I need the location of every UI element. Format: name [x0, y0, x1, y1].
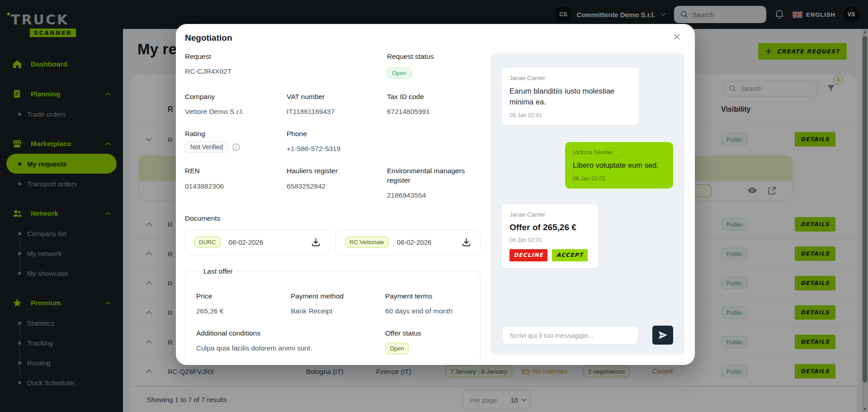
vat-field: VAT number IT11861169437	[287, 92, 387, 116]
message-time: 06 Jan 02:01	[509, 237, 591, 243]
ren-field: REN 0143882306	[185, 166, 287, 199]
message-time: 06 Jan 02:01	[509, 112, 632, 118]
offer-status-badge: Open	[385, 343, 409, 354]
document-expiry: 06-02-2026	[397, 238, 453, 246]
company-field: Company Vettore Demo S.r.l.	[185, 92, 287, 116]
document-card: DURC 06-02-2026	[185, 229, 330, 255]
document-type-badge: DURC	[194, 237, 221, 248]
document-type-badge: RC Vettoriale	[345, 237, 389, 248]
negotiation-modal: Negotiation ✕ Request RC-CJR4X02T Reques…	[176, 24, 695, 365]
accept-button[interactable]: ACCEPT	[552, 249, 588, 261]
hauliers-field: Hauliers register 6583252842	[287, 166, 387, 199]
message-text: Libero voluptate eum sed.	[573, 160, 665, 171]
document-card: RC Vettoriale 06-02-2026	[335, 229, 481, 255]
message-sender: Janae Carrier	[509, 211, 591, 218]
rating-badge: Not Verified	[185, 141, 228, 153]
chat-offer-message: Janae Carrier Offer of 265,26 € 06 Jan 0…	[502, 204, 599, 268]
message-time: 06 Jan 02:01	[573, 175, 665, 182]
negotiation-chat-panel: Janae Carrier Earum blanditiis iusto mol…	[491, 53, 684, 355]
price-field: Price 265,26 €	[196, 292, 291, 315]
close-icon[interactable]: ✕	[671, 30, 683, 43]
download-icon[interactable]	[311, 237, 321, 247]
message-sender: Victoria Sender	[573, 149, 665, 156]
download-icon[interactable]	[462, 237, 471, 247]
document-expiry: 06-02-2026	[229, 238, 303, 246]
additional-conditions-field: Additional conditions Culpa quia facilis…	[196, 329, 385, 352]
send-button[interactable]	[652, 326, 673, 345]
payment-method-field: Payment method Bank Receipt	[291, 292, 385, 315]
chat-message: Janae Carrier Earum blanditiis iusto mol…	[502, 68, 639, 125]
request-status-field: Request status Open	[387, 52, 482, 79]
offer-status-field: Offer status Open	[385, 329, 469, 352]
chat-message-input[interactable]	[502, 326, 639, 345]
last-offer-section: Last offer Price 265,26 € Payment method…	[185, 267, 481, 364]
phone-field: Phone +1-586-572-5319	[287, 129, 482, 153]
message-text: Earum blanditiis iusto molestiae minima …	[509, 86, 632, 108]
chat-message-own: Victoria Sender Libero voluptate eum sed…	[565, 142, 673, 189]
decline-button[interactable]: DECLINE	[509, 249, 547, 261]
payment-terms-field: Payment terms 60 days end of month	[385, 292, 469, 315]
message-sender: Janae Carrier	[509, 75, 632, 81]
request-value: RC-CJR4X02T	[185, 67, 387, 76]
environmental-field: Environmental managers register 21869435…	[387, 166, 482, 199]
modal-title: Negotiation	[185, 33, 232, 43]
tax-id-field: Tax ID code 67214805991	[387, 92, 482, 116]
rating-field: Rating Not Verified	[185, 129, 287, 153]
send-icon	[658, 331, 668, 340]
last-offer-legend: Last offer	[200, 267, 236, 275]
request-field: Request RC-CJR4X02T	[185, 52, 387, 79]
info-icon[interactable]	[232, 143, 240, 151]
offer-amount: Offer of 265,26 €	[509, 223, 591, 232]
request-status-badge: Open	[387, 67, 411, 79]
documents-label: Documents	[185, 214, 483, 223]
